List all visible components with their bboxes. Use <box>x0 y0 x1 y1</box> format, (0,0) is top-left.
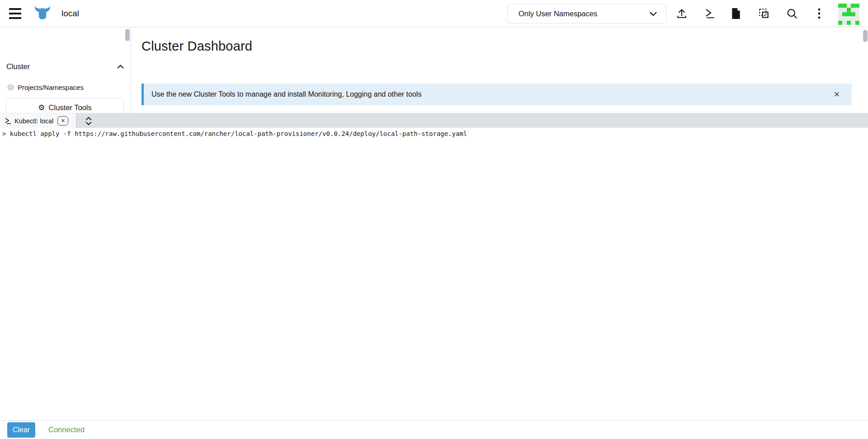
shell-tab-bar: Kubectl: local × <box>0 113 868 128</box>
hamburger-menu-icon[interactable] <box>9 8 21 19</box>
shell-icon <box>5 117 11 124</box>
main-content: Cluster Dashboard Use the new Cluster To… <box>132 27 863 113</box>
connection-status: Connected <box>48 425 85 434</box>
sidebar-section-label: Cluster <box>6 62 30 71</box>
clear-button[interactable]: Clear <box>7 422 35 438</box>
cluster-name: local <box>61 0 79 27</box>
namespace-filter-dropdown[interactable]: Only User Namespaces <box>507 4 666 23</box>
banner-close-icon[interactable]: × <box>830 88 844 101</box>
shell-icon[interactable] <box>702 5 718 22</box>
chevron-up-icon <box>117 65 124 69</box>
kubectl-shell-tab[interactable]: Kubectl: local × <box>0 113 76 128</box>
search-icon[interactable] <box>784 5 800 22</box>
tab-close-icon[interactable]: × <box>57 116 68 126</box>
sidebar-item-label: Projects/Namespaces <box>18 84 84 91</box>
rancher-logo-icon[interactable] <box>34 5 51 22</box>
unfold-panel-icon[interactable] <box>81 113 96 128</box>
banner-text: Use the new Cluster Tools to manage and … <box>144 90 421 98</box>
kubectl-terminal[interactable]: > kubectl apply -f https://raw.githubuse… <box>0 128 868 420</box>
sidebar-item-projects-namespaces[interactable]: Projects/Namespaces <box>7 81 120 93</box>
top-header: local Only User Namespaces <box>0 0 868 27</box>
sidebar: Cluster Projects/Namespaces ⚙ Cluster To… <box>0 27 131 113</box>
chevron-down-icon <box>650 12 657 16</box>
copy-icon[interactable] <box>756 5 772 22</box>
terminal-command-line: > kubectl apply -f https://raw.githubuse… <box>2 130 467 137</box>
page-title: Cluster Dashboard <box>142 39 252 54</box>
shell-tab-label: Kubectl: local <box>14 117 53 125</box>
sidebar-scrollbar-thumb[interactable] <box>125 29 130 41</box>
user-avatar[interactable] <box>838 4 859 25</box>
namespace-filter-value: Only User Namespaces <box>519 9 650 18</box>
info-banner: Use the new Cluster Tools to manage and … <box>142 84 852 105</box>
sidebar-section-cluster[interactable]: Cluster <box>6 61 124 72</box>
kebab-menu-icon[interactable] <box>811 5 827 22</box>
file-icon[interactable] <box>728 5 744 22</box>
rancher-app: local Only User Namespaces <box>0 0 868 439</box>
gear-icon: ⚙ <box>38 104 45 112</box>
cluster-tools-label: Cluster Tools <box>49 103 92 112</box>
upload-icon[interactable] <box>674 5 690 22</box>
page-scrollbar-thumb[interactable] <box>863 30 868 42</box>
globe-icon <box>7 84 14 91</box>
shell-footer: Clear Connected <box>0 420 868 439</box>
